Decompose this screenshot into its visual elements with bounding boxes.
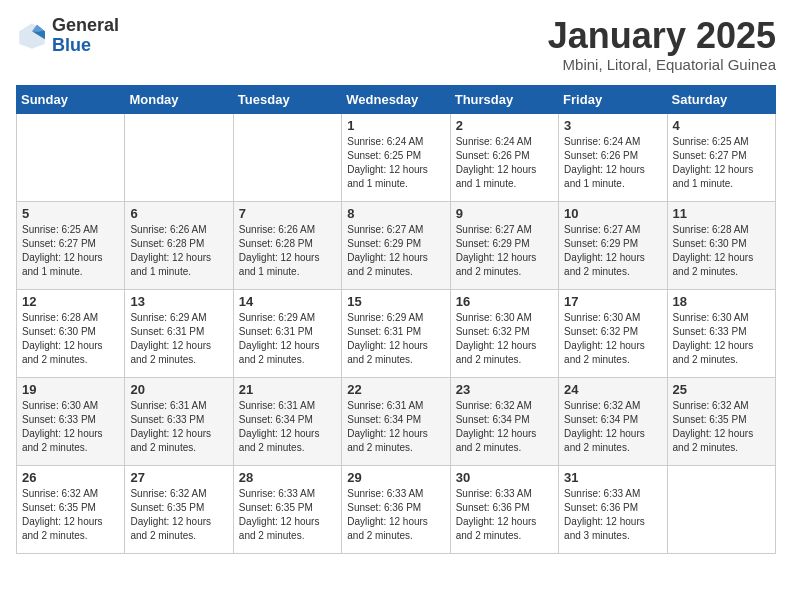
day-number: 23 [456,382,553,397]
day-info: Sunrise: 6:28 AM Sunset: 6:30 PM Dayligh… [673,223,770,279]
day-info: Sunrise: 6:27 AM Sunset: 6:29 PM Dayligh… [347,223,444,279]
calendar-cell: 7Sunrise: 6:26 AM Sunset: 6:28 PM Daylig… [233,201,341,289]
calendar-cell: 26Sunrise: 6:32 AM Sunset: 6:35 PM Dayli… [17,465,125,553]
calendar-cell: 24Sunrise: 6:32 AM Sunset: 6:34 PM Dayli… [559,377,667,465]
day-info: Sunrise: 6:24 AM Sunset: 6:26 PM Dayligh… [564,135,661,191]
day-number: 14 [239,294,336,309]
logo-blue-text: Blue [52,36,119,56]
calendar-cell: 11Sunrise: 6:28 AM Sunset: 6:30 PM Dayli… [667,201,775,289]
day-info: Sunrise: 6:30 AM Sunset: 6:33 PM Dayligh… [673,311,770,367]
day-info: Sunrise: 6:29 AM Sunset: 6:31 PM Dayligh… [347,311,444,367]
calendar-week-4: 19Sunrise: 6:30 AM Sunset: 6:33 PM Dayli… [17,377,776,465]
day-info: Sunrise: 6:33 AM Sunset: 6:35 PM Dayligh… [239,487,336,543]
day-number: 25 [673,382,770,397]
day-info: Sunrise: 6:30 AM Sunset: 6:33 PM Dayligh… [22,399,119,455]
day-info: Sunrise: 6:24 AM Sunset: 6:25 PM Dayligh… [347,135,444,191]
calendar-cell: 28Sunrise: 6:33 AM Sunset: 6:35 PM Dayli… [233,465,341,553]
day-info: Sunrise: 6:28 AM Sunset: 6:30 PM Dayligh… [22,311,119,367]
day-of-week-thursday: Thursday [450,85,558,113]
logo-text: General Blue [52,16,119,56]
day-info: Sunrise: 6:33 AM Sunset: 6:36 PM Dayligh… [347,487,444,543]
calendar-week-1: 1Sunrise: 6:24 AM Sunset: 6:25 PM Daylig… [17,113,776,201]
title-section: January 2025 Mbini, Litoral, Equatorial … [548,16,776,73]
calendar-cell: 2Sunrise: 6:24 AM Sunset: 6:26 PM Daylig… [450,113,558,201]
calendar-cell: 23Sunrise: 6:32 AM Sunset: 6:34 PM Dayli… [450,377,558,465]
day-number: 7 [239,206,336,221]
calendar-cell: 14Sunrise: 6:29 AM Sunset: 6:31 PM Dayli… [233,289,341,377]
calendar-cell: 16Sunrise: 6:30 AM Sunset: 6:32 PM Dayli… [450,289,558,377]
calendar-cell: 30Sunrise: 6:33 AM Sunset: 6:36 PM Dayli… [450,465,558,553]
day-info: Sunrise: 6:24 AM Sunset: 6:26 PM Dayligh… [456,135,553,191]
month-title: January 2025 [548,16,776,56]
day-number: 9 [456,206,553,221]
day-number: 31 [564,470,661,485]
day-of-week-tuesday: Tuesday [233,85,341,113]
day-number: 8 [347,206,444,221]
calendar-cell [125,113,233,201]
calendar-cell: 9Sunrise: 6:27 AM Sunset: 6:29 PM Daylig… [450,201,558,289]
day-info: Sunrise: 6:30 AM Sunset: 6:32 PM Dayligh… [456,311,553,367]
day-number: 1 [347,118,444,133]
day-number: 17 [564,294,661,309]
day-number: 27 [130,470,227,485]
calendar-body: 1Sunrise: 6:24 AM Sunset: 6:25 PM Daylig… [17,113,776,553]
calendar-cell: 20Sunrise: 6:31 AM Sunset: 6:33 PM Dayli… [125,377,233,465]
calendar-cell: 3Sunrise: 6:24 AM Sunset: 6:26 PM Daylig… [559,113,667,201]
day-info: Sunrise: 6:29 AM Sunset: 6:31 PM Dayligh… [130,311,227,367]
location-subtitle: Mbini, Litoral, Equatorial Guinea [548,56,776,73]
day-info: Sunrise: 6:26 AM Sunset: 6:28 PM Dayligh… [239,223,336,279]
day-info: Sunrise: 6:26 AM Sunset: 6:28 PM Dayligh… [130,223,227,279]
day-of-week-monday: Monday [125,85,233,113]
day-number: 13 [130,294,227,309]
calendar-cell: 18Sunrise: 6:30 AM Sunset: 6:33 PM Dayli… [667,289,775,377]
calendar-cell: 4Sunrise: 6:25 AM Sunset: 6:27 PM Daylig… [667,113,775,201]
calendar-cell: 12Sunrise: 6:28 AM Sunset: 6:30 PM Dayli… [17,289,125,377]
day-info: Sunrise: 6:30 AM Sunset: 6:32 PM Dayligh… [564,311,661,367]
logo-general-text: General [52,16,119,36]
day-number: 22 [347,382,444,397]
day-info: Sunrise: 6:31 AM Sunset: 6:33 PM Dayligh… [130,399,227,455]
day-number: 6 [130,206,227,221]
day-number: 2 [456,118,553,133]
calendar-cell [667,465,775,553]
day-info: Sunrise: 6:32 AM Sunset: 6:34 PM Dayligh… [456,399,553,455]
calendar-cell: 10Sunrise: 6:27 AM Sunset: 6:29 PM Dayli… [559,201,667,289]
day-number: 20 [130,382,227,397]
day-of-week-friday: Friday [559,85,667,113]
day-info: Sunrise: 6:25 AM Sunset: 6:27 PM Dayligh… [673,135,770,191]
calendar-cell: 22Sunrise: 6:31 AM Sunset: 6:34 PM Dayli… [342,377,450,465]
day-number: 5 [22,206,119,221]
day-number: 19 [22,382,119,397]
calendar-cell: 19Sunrise: 6:30 AM Sunset: 6:33 PM Dayli… [17,377,125,465]
day-number: 21 [239,382,336,397]
day-info: Sunrise: 6:27 AM Sunset: 6:29 PM Dayligh… [456,223,553,279]
calendar-cell: 15Sunrise: 6:29 AM Sunset: 6:31 PM Dayli… [342,289,450,377]
calendar-cell: 17Sunrise: 6:30 AM Sunset: 6:32 PM Dayli… [559,289,667,377]
calendar-cell: 5Sunrise: 6:25 AM Sunset: 6:27 PM Daylig… [17,201,125,289]
calendar-cell: 6Sunrise: 6:26 AM Sunset: 6:28 PM Daylig… [125,201,233,289]
calendar-week-3: 12Sunrise: 6:28 AM Sunset: 6:30 PM Dayli… [17,289,776,377]
calendar-cell: 27Sunrise: 6:32 AM Sunset: 6:35 PM Dayli… [125,465,233,553]
day-info: Sunrise: 6:32 AM Sunset: 6:34 PM Dayligh… [564,399,661,455]
day-number: 29 [347,470,444,485]
calendar-cell: 31Sunrise: 6:33 AM Sunset: 6:36 PM Dayli… [559,465,667,553]
day-number: 3 [564,118,661,133]
calendar-week-2: 5Sunrise: 6:25 AM Sunset: 6:27 PM Daylig… [17,201,776,289]
day-info: Sunrise: 6:31 AM Sunset: 6:34 PM Dayligh… [239,399,336,455]
day-number: 11 [673,206,770,221]
day-info: Sunrise: 6:32 AM Sunset: 6:35 PM Dayligh… [130,487,227,543]
day-number: 10 [564,206,661,221]
calendar-cell: 1Sunrise: 6:24 AM Sunset: 6:25 PM Daylig… [342,113,450,201]
logo-icon [16,20,48,52]
day-info: Sunrise: 6:29 AM Sunset: 6:31 PM Dayligh… [239,311,336,367]
day-number: 18 [673,294,770,309]
day-number: 24 [564,382,661,397]
day-number: 28 [239,470,336,485]
logo: General Blue [16,16,119,56]
calendar-cell: 25Sunrise: 6:32 AM Sunset: 6:35 PM Dayli… [667,377,775,465]
calendar-cell: 13Sunrise: 6:29 AM Sunset: 6:31 PM Dayli… [125,289,233,377]
calendar-table: SundayMondayTuesdayWednesdayThursdayFrid… [16,85,776,554]
day-number: 30 [456,470,553,485]
day-info: Sunrise: 6:31 AM Sunset: 6:34 PM Dayligh… [347,399,444,455]
day-number: 12 [22,294,119,309]
